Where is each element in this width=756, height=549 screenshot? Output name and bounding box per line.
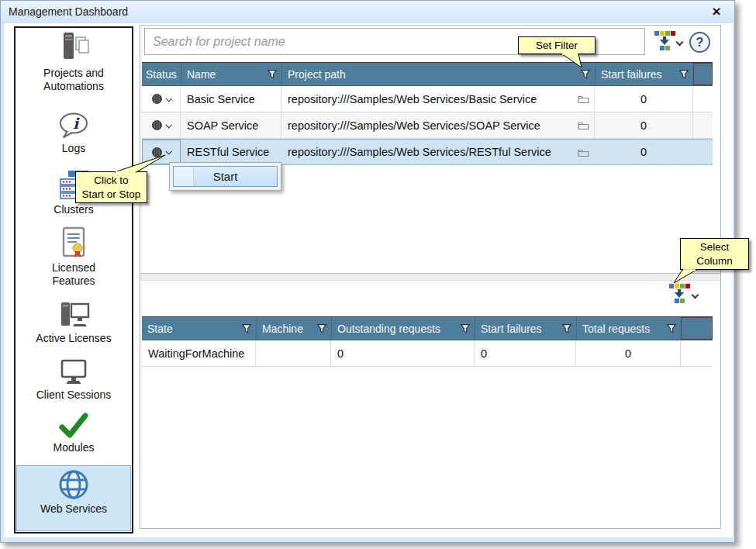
empty-cell <box>693 112 713 138</box>
projects-table-header: Status Name Project path Start failures <box>142 62 713 86</box>
status-cell[interactable] <box>142 112 181 138</box>
close-icon[interactable]: × <box>708 3 725 20</box>
web-services-icon <box>57 468 90 501</box>
name-cell: RESTful Service <box>181 140 281 164</box>
total-requests-cell: 0 <box>576 340 681 366</box>
callout-click-to-start-or-stop: Click to Start or Stop <box>75 171 147 203</box>
chevron-down-icon[interactable] <box>165 122 171 128</box>
column-header-name[interactable]: Name <box>181 63 281 85</box>
sidebar-item-label: Licensed Features <box>33 261 114 288</box>
machine-cell <box>256 340 331 366</box>
column-header-empty <box>693 63 713 85</box>
filter-icon[interactable] <box>460 323 471 334</box>
sidebar-item-licensed-features[interactable]: Licensed Features <box>16 226 131 288</box>
column-header-start-failures[interactable]: Start failures <box>475 317 576 340</box>
licensed-features-icon <box>57 226 91 260</box>
start-failures-cell: 0 <box>475 340 576 366</box>
screenshot-root: Management Dashboard × Projects and Auto… <box>0 0 756 549</box>
folder-icon[interactable] <box>578 95 589 103</box>
sidebar-item-web-services[interactable]: Web Services <box>16 468 131 516</box>
filter-icon[interactable] <box>561 323 572 334</box>
sidebar-item-label: Modules <box>33 441 114 454</box>
chevron-down-icon[interactable] <box>165 95 171 102</box>
filter-icon[interactable] <box>241 323 252 334</box>
start-failures-cell: 0 <box>595 86 693 112</box>
help-glyph: ? <box>696 36 704 49</box>
window-title: Management Dashboard <box>9 5 128 18</box>
sidebar-item-client-sessions[interactable]: Client Sessions <box>16 357 131 402</box>
column-header-status[interactable]: Status <box>142 63 181 85</box>
start-failures-cell: 0 <box>595 140 693 164</box>
sidebar-item-logs[interactable]: i Logs <box>16 111 131 155</box>
sidebar-item-label: Web Services <box>33 502 114 516</box>
column-chooser-icon[interactable] <box>654 31 675 51</box>
filter-icon[interactable] <box>316 323 327 334</box>
outstanding-requests-cell: 0 <box>331 340 475 366</box>
state-table-header: State Machine Outstanding requests Start… <box>142 316 713 340</box>
active-licenses-icon <box>56 299 91 330</box>
callout-set-filter: Set Filter <box>518 36 595 54</box>
callout-tail <box>667 269 698 285</box>
name-cell: Basic Service <box>181 86 281 112</box>
sidebar-item-modules[interactable]: Modules <box>16 412 131 454</box>
column-header-total-requests[interactable]: Total requests <box>576 317 681 340</box>
column-header-project-path[interactable]: Project path <box>281 63 595 85</box>
menu-icon-gutter <box>174 167 194 186</box>
client-sessions-icon <box>57 357 91 387</box>
empty-cell <box>693 86 713 112</box>
title-bar: Management Dashboard × <box>1 1 734 23</box>
modules-icon <box>57 412 90 440</box>
sidebar-item-label: Active Licenses <box>33 332 114 345</box>
start-failures-cell: 0 <box>595 112 693 138</box>
folder-icon[interactable] <box>578 121 589 129</box>
column-header-start-failures[interactable]: Start failures <box>595 63 693 85</box>
sidebar-item-label: Logs <box>33 142 114 155</box>
filter-icon[interactable] <box>666 323 677 334</box>
column-header-state[interactable]: State <box>142 317 256 340</box>
path-cell: repository:///Samples/Web Services/RESTf… <box>281 140 595 164</box>
filter-icon[interactable] <box>267 69 278 80</box>
table-row[interactable]: WaitingForMachine 0 0 0 <box>142 340 713 367</box>
table-row[interactable]: SOAP Service repository:///Samples/Web S… <box>142 112 713 139</box>
column-header-machine[interactable]: Machine <box>256 317 331 340</box>
status-orb-icon[interactable] <box>152 94 162 104</box>
column-chooser-icon[interactable] <box>668 284 690 304</box>
callout-select-column: Select Column <box>680 238 749 270</box>
menu-item-start[interactable]: Start <box>173 166 278 187</box>
sidebar-item-active-licenses[interactable]: Active Licenses <box>16 299 131 345</box>
sidebar-item-label: Projects and Automations <box>33 67 114 93</box>
table-row[interactable]: Basic Service repository:///Samples/Web … <box>142 86 713 112</box>
help-icon[interactable]: ? <box>689 32 710 53</box>
status-cell[interactable] <box>142 86 181 112</box>
filter-icon[interactable] <box>580 69 591 80</box>
sidebar-item-label: Clusters <box>33 203 114 216</box>
path-cell: repository:///Samples/Web Services/Basic… <box>281 86 595 112</box>
panel-splitter[interactable] <box>140 273 720 281</box>
sidebar-item-label: Client Sessions <box>33 388 114 402</box>
state-cell: WaitingForMachine <box>142 340 256 366</box>
projects-icon <box>56 31 91 65</box>
callout-tail <box>109 154 171 173</box>
context-menu: Start <box>169 162 281 191</box>
table-row-selected[interactable]: RESTful Service repository:///Samples/We… <box>142 139 713 165</box>
status-orb-icon[interactable] <box>152 120 162 130</box>
column-header-empty <box>681 317 713 340</box>
logs-icon: i <box>57 111 91 140</box>
sidebar-item-projects-and-automations[interactable]: Projects and Automations <box>16 31 131 93</box>
name-cell: SOAP Service <box>181 112 281 138</box>
empty-cell <box>681 340 713 366</box>
empty-cell <box>693 140 713 164</box>
path-cell: repository:///Samples/Web Services/SOAP … <box>281 112 595 138</box>
filter-icon[interactable] <box>678 69 689 80</box>
callout-tail <box>558 54 586 69</box>
column-header-outstanding-requests[interactable]: Outstanding requests <box>331 317 475 340</box>
folder-icon[interactable] <box>578 148 589 157</box>
